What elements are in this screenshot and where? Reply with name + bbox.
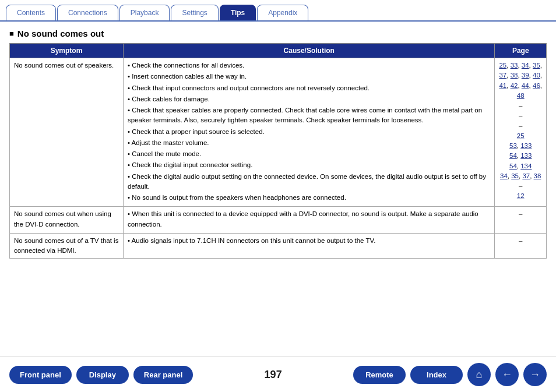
page-link[interactable]: 54 [509, 163, 517, 169]
back-icon: ← [502, 369, 512, 381]
home-button[interactable]: ⌂ [467, 363, 491, 386]
page-link[interactable]: 134 [520, 163, 532, 169]
list-item: Check that a proper input source is sele… [128, 127, 490, 137]
table-row: No sound comes out of a TV that is conne… [10, 233, 547, 259]
page-link[interactable]: 44 [522, 82, 529, 89]
table-row: No sound comes out of speakers. Check th… [10, 58, 547, 207]
page-number: 197 [198, 369, 349, 381]
front-panel-button[interactable]: Front panel [9, 366, 72, 384]
page-link[interactable]: 38 [534, 172, 541, 179]
list-item: Check the digital input connector settin… [128, 160, 490, 170]
troubleshooting-table: Symptom Cause/Solution Page No sound com… [9, 43, 547, 259]
page-link[interactable]: 40 [533, 72, 540, 79]
list-item: Cancel the mute mode. [128, 149, 490, 159]
list-item: Check the connections for all devices. [128, 61, 490, 70]
page-cell: 25, 33, 34, 35, 37, 38, 39, 40, 41, 42, … [495, 58, 547, 207]
page-link[interactable]: 12 [517, 192, 525, 199]
symptom-cell: No sound comes out when using the DVI-D … [10, 207, 124, 234]
remote-button[interactable]: Remote [353, 366, 406, 384]
list-item: No sound is output from the speakers whe… [128, 193, 490, 203]
page-cell: – [495, 207, 547, 234]
tab-tips[interactable]: Tips [220, 5, 256, 20]
display-button[interactable]: Display [76, 366, 129, 384]
table-row: No sound comes out when using the DVI-D … [10, 207, 547, 234]
page-link[interactable]: 133 [520, 152, 532, 159]
page-link[interactable]: 37 [522, 172, 530, 179]
navigation-tabs: Contents Connections Playback Settings T… [0, 0, 556, 20]
list-item: Check that input connectors and output c… [128, 83, 490, 93]
list-item: Check the digital audio output setting o… [128, 172, 490, 192]
list-item: Check cables for damage. [128, 94, 490, 104]
tab-contents[interactable]: Contents [6, 5, 56, 20]
symptom-cell: No sound comes out of a TV that is conne… [10, 233, 124, 259]
page-link[interactable]: 46 [533, 82, 540, 89]
page-link[interactable]: 35 [533, 62, 540, 69]
symptom-cell: No sound comes out of speakers. [10, 58, 124, 207]
page-link[interactable]: 42 [511, 82, 518, 89]
tab-connections[interactable]: Connections [57, 5, 118, 20]
footer-navigation: Front panel Display Rear panel 197 Remot… [0, 356, 556, 392]
cause-cell: Audio signals input to 7.1CH IN connecto… [124, 233, 495, 259]
tab-settings[interactable]: Settings [171, 5, 218, 20]
tab-appendix[interactable]: Appendix [257, 5, 308, 20]
page-link[interactable]: 39 [522, 72, 529, 79]
list-item: When this unit is connected to a device … [128, 209, 490, 229]
tab-playback[interactable]: Playback [119, 5, 170, 20]
main-content: No sound comes out Symptom Cause/Solutio… [0, 20, 556, 356]
cause-cell: When this unit is connected to a device … [124, 207, 495, 234]
page-link[interactable]: 34 [522, 62, 529, 69]
list-item: Adjust the master volume. [128, 138, 490, 148]
back-button[interactable]: ← [495, 363, 519, 386]
index-button[interactable]: Index [410, 366, 463, 384]
page-link[interactable]: 37 [499, 72, 506, 79]
page-link[interactable]: 41 [499, 82, 506, 89]
col-header-cause: Cause/Solution [124, 44, 495, 58]
list-item: Insert connection cables all the way in. [128, 72, 490, 82]
page-link[interactable]: 53 [509, 142, 517, 149]
home-icon: ⌂ [476, 369, 483, 381]
list-item: Audio signals input to 7.1CH IN connecto… [128, 236, 490, 246]
forward-icon: → [530, 369, 540, 381]
page-link[interactable]: 48 [517, 92, 525, 99]
page-link[interactable]: 34 [500, 172, 508, 179]
rear-panel-button[interactable]: Rear panel [133, 366, 193, 384]
forward-button[interactable]: → [523, 363, 547, 386]
page-link[interactable]: 133 [520, 142, 532, 149]
cause-cell: Check the connections for all devices. I… [124, 58, 495, 207]
page-link[interactable]: 38 [511, 72, 518, 79]
page-link[interactable]: 25 [517, 132, 525, 139]
page-link[interactable]: 33 [511, 62, 518, 69]
list-item: Check that speaker cables are properly c… [128, 105, 490, 126]
page-link[interactable]: 35 [511, 172, 519, 179]
section-title: No sound comes out [9, 29, 547, 38]
page-cell: – [495, 233, 547, 259]
col-header-page: Page [495, 44, 547, 58]
page-link[interactable]: 54 [509, 152, 517, 159]
col-header-symptom: Symptom [10, 44, 124, 58]
page-link[interactable]: 25 [499, 62, 506, 69]
